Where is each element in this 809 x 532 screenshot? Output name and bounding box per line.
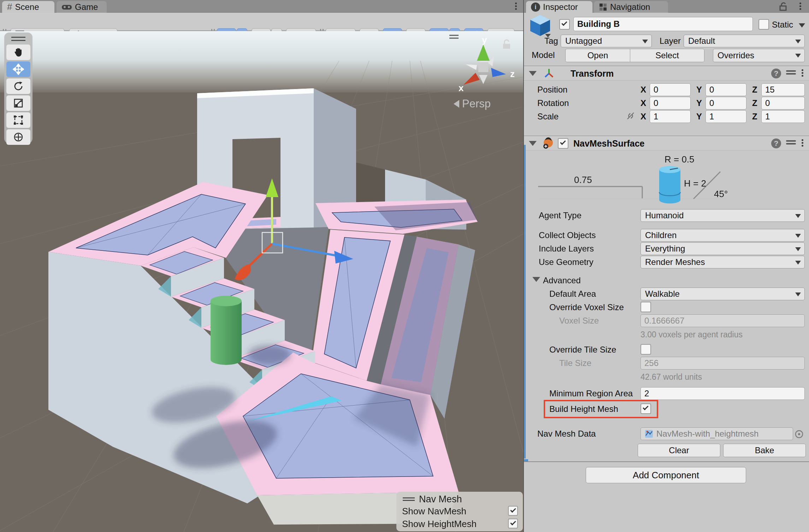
axis-y: Y <box>696 98 702 108</box>
build-height-mesh-checkbox[interactable] <box>640 403 651 414</box>
position-x-field[interactable]: 0 <box>650 83 691 96</box>
axis-z-label: z <box>510 69 515 79</box>
axis-y: Y <box>696 85 702 95</box>
show-heightmesh-checkbox[interactable] <box>508 519 518 528</box>
use-geometry-dropdown[interactable]: Render Meshes <box>640 256 805 268</box>
rotate-tool-button[interactable] <box>6 78 30 94</box>
link-broken-icon[interactable] <box>626 111 636 121</box>
include-layers-label: Include Layers <box>539 244 594 254</box>
diagram-step-label: 0.75 <box>574 175 592 185</box>
rect-tool-button[interactable] <box>6 112 30 128</box>
legend-title: Nav Mesh <box>419 494 462 505</box>
transform-header[interactable]: Transform ? <box>524 66 809 81</box>
min-region-field[interactable]: 2 <box>640 387 805 400</box>
transform-tool-button[interactable] <box>6 129 30 145</box>
presets-icon[interactable] <box>786 139 796 148</box>
legend-show-heightmesh-label: Show HeightMesh <box>402 519 477 530</box>
help-icon[interactable]: ? <box>771 138 781 148</box>
min-region-label: Minimum Region Area <box>549 389 633 398</box>
axis-y-label: y <box>482 35 487 45</box>
static-dropdown-icon[interactable] <box>799 23 805 28</box>
navmeshsurface-icon <box>542 137 554 149</box>
diagram-height-label: H = 2 <box>684 178 706 189</box>
gameobject-name-field[interactable]: Building B <box>573 17 753 31</box>
axis-x-label: x <box>459 83 464 93</box>
palette-handle-icon[interactable] <box>11 37 25 41</box>
diagram-slope-label: 45° <box>714 189 728 199</box>
help-icon[interactable]: ? <box>771 69 781 78</box>
default-area-dropdown[interactable]: Walkable <box>640 288 805 300</box>
move-tool-button[interactable] <box>6 61 30 77</box>
navmeshsurface-title: NavMeshSurface <box>573 138 644 149</box>
scene-tabbar: # Scene Game <box>0 0 523 13</box>
scale-tool-button[interactable] <box>6 95 30 111</box>
overrides-dropdown[interactable]: Overrides <box>713 49 805 62</box>
diagram-radius-label: R = 0.5 <box>665 154 695 165</box>
agent-type-label: Agent Type <box>539 211 581 220</box>
position-y-field[interactable]: 0 <box>705 83 746 96</box>
axis-x: X <box>640 85 646 95</box>
object-picker-icon[interactable] <box>795 430 804 439</box>
model-open-button[interactable]: Open <box>565 49 630 62</box>
model-label: Model <box>532 50 555 60</box>
position-z-field[interactable]: 15 <box>761 83 805 96</box>
tab-inspector[interactable]: i Inspector <box>526 1 592 13</box>
rotation-z-field[interactable]: 0 <box>761 97 805 110</box>
override-voxel-checkbox[interactable] <box>640 302 651 312</box>
collect-objects-dropdown[interactable]: Children <box>640 229 805 242</box>
tab-inspector-label: Inspector <box>543 2 578 12</box>
add-component-button[interactable]: Add Component <box>586 467 746 483</box>
static-checkbox[interactable] <box>758 19 769 30</box>
clear-label: Clear <box>669 445 689 455</box>
show-navmesh-checkbox[interactable] <box>508 506 518 516</box>
scene-viewport[interactable]: y x z Persp <box>0 31 523 532</box>
nav-mesh-data-field[interactable]: NavMesh-with_heightmesh <box>640 427 793 440</box>
rotation-x-field[interactable]: 0 <box>650 97 691 110</box>
legend-handle-icon[interactable] <box>403 497 415 501</box>
layer-dropdown[interactable]: Default <box>684 35 805 47</box>
inspector-menu-icon[interactable] <box>799 2 801 4</box>
advanced-foldout-icon[interactable] <box>532 277 540 282</box>
model-select-button[interactable]: Select <box>630 49 704 62</box>
position-label: Position <box>537 85 567 95</box>
sky-gradient <box>0 31 523 95</box>
agent-type-dropdown[interactable]: Humanoid <box>640 209 805 222</box>
scene-tab-menu-icon[interactable] <box>515 2 517 4</box>
navmesh-asset-icon <box>644 429 654 438</box>
bake-button[interactable]: Bake <box>723 444 806 457</box>
move-icon <box>13 64 24 75</box>
component-enabled-checkbox[interactable] <box>558 138 568 149</box>
navmeshsurface-header[interactable]: NavMeshSurface ? <box>524 136 809 150</box>
navigation-icon <box>599 3 607 11</box>
tab-navigation[interactable]: Navigation <box>594 1 668 13</box>
override-tile-checkbox[interactable] <box>640 344 651 355</box>
advanced-foldout-label[interactable]: Advanced <box>543 276 581 285</box>
layer-label: Layer <box>660 36 681 46</box>
scale-y-field[interactable]: 1 <box>705 110 746 123</box>
prefab-icon <box>529 14 551 37</box>
navmesh-legend-overlay: Nav Mesh Show NavMesh Show HeightMesh <box>396 492 523 531</box>
component-menu-icon[interactable] <box>802 139 803 141</box>
lock-icon[interactable] <box>779 1 788 11</box>
component-menu-icon[interactable] <box>802 69 803 71</box>
tag-dropdown[interactable]: Untagged <box>561 35 652 47</box>
scale-label: Scale <box>537 112 559 122</box>
gizmo-center-handle <box>262 232 283 253</box>
tag-label: Tag <box>544 36 558 46</box>
axis-z: Z <box>752 112 757 122</box>
include-layers-dropdown[interactable]: Everything <box>640 242 805 255</box>
scale-z-field[interactable]: 1 <box>761 110 805 123</box>
tab-game[interactable]: Game <box>57 1 107 13</box>
rotation-label: Rotation <box>537 98 569 108</box>
scale-x-field[interactable]: 1 <box>650 110 691 123</box>
rotation-y-field[interactable]: 0 <box>705 97 746 110</box>
bake-label: Bake <box>755 445 774 455</box>
axis-z: Z <box>752 98 757 108</box>
tab-scene[interactable]: # Scene <box>2 1 54 13</box>
active-checkbox[interactable] <box>559 19 570 30</box>
clear-button[interactable]: Clear <box>638 444 720 457</box>
scene-grid-icon: # <box>7 1 12 12</box>
presets-icon[interactable] <box>786 69 796 78</box>
use-geometry-label: Use Geometry <box>539 257 594 267</box>
hand-tool-button[interactable] <box>6 45 30 60</box>
